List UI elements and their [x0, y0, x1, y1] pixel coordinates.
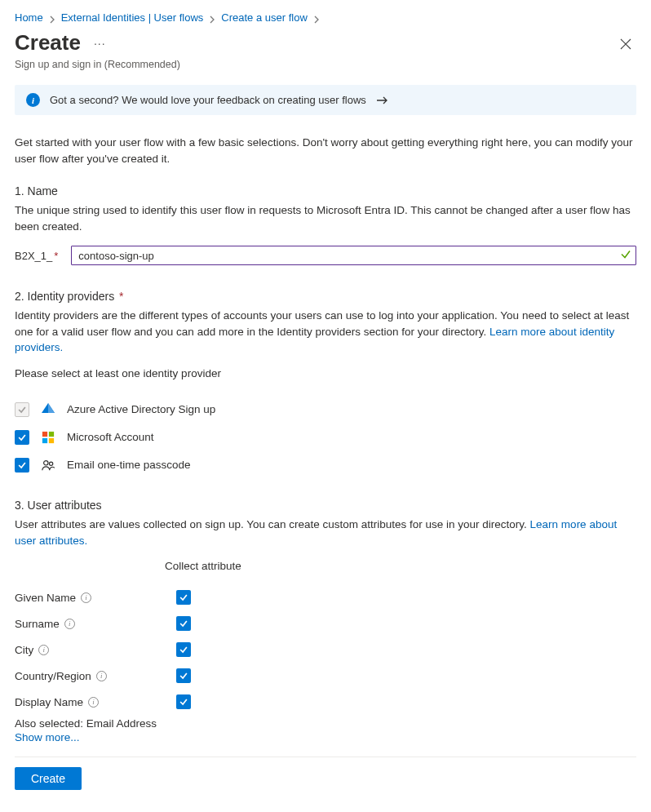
- attr-label: Country/Region: [15, 670, 91, 682]
- attr-checkbox-city[interactable]: [176, 642, 191, 657]
- svg-rect-2: [42, 432, 47, 437]
- info-outline-icon[interactable]: i: [81, 592, 91, 603]
- attr-section-desc: User attributes are values collected on …: [15, 517, 636, 548]
- info-outline-icon[interactable]: i: [96, 671, 107, 681]
- attr-checkbox-display-name[interactable]: [176, 694, 191, 709]
- feedback-banner-text: Got a second? We would love your feedbac…: [50, 94, 366, 106]
- info-icon: i: [26, 93, 40, 107]
- people-icon: [41, 458, 55, 473]
- idp-section-label: 2. Identity providers *: [15, 290, 636, 303]
- info-outline-icon[interactable]: i: [64, 619, 75, 629]
- feedback-banner[interactable]: i Got a second? We would love your feedb…: [15, 85, 636, 115]
- close-button[interactable]: [615, 33, 636, 57]
- idp-checkbox-ms[interactable]: [15, 430, 29, 445]
- info-outline-icon[interactable]: i: [88, 697, 99, 708]
- attr-row-display-name: Display Name i: [15, 694, 636, 709]
- create-button[interactable]: Create: [15, 767, 82, 790]
- idp-label-aad: Azure Active Directory Sign up: [67, 403, 215, 415]
- svg-point-6: [44, 461, 48, 465]
- idp-row-ms: Microsoft Account: [15, 430, 636, 445]
- page-title: Create: [15, 30, 81, 55]
- name-input-wrap: [71, 246, 636, 265]
- svg-rect-3: [49, 432, 54, 437]
- info-outline-icon[interactable]: i: [38, 645, 49, 655]
- idp-row-aad: Azure Active Directory Sign up: [15, 402, 636, 417]
- arrow-right-icon: [376, 95, 389, 105]
- attr-column-header: Collect attribute: [165, 560, 636, 572]
- breadcrumb-item-external-identities[interactable]: External Identities | User flows: [61, 11, 204, 24]
- svg-rect-5: [49, 438, 54, 443]
- show-more-link[interactable]: Show more...: [15, 731, 80, 743]
- chevron-right-icon: [208, 14, 216, 22]
- name-input[interactable]: [71, 246, 636, 265]
- aad-icon: [41, 402, 55, 417]
- idp-label-ms: Microsoft Account: [67, 431, 154, 443]
- idp-label-otp: Email one-time passcode: [67, 459, 191, 471]
- idp-checkbox-otp[interactable]: [15, 458, 29, 473]
- idp-section-desc: Identity providers are the different typ…: [15, 308, 636, 356]
- name-section-desc: The unique string used to identify this …: [15, 202, 636, 234]
- breadcrumb: Home External Identities | User flows Cr…: [15, 10, 636, 30]
- idp-checkbox-aad: [15, 402, 29, 417]
- idp-instruction: Please select at least one identity prov…: [15, 367, 636, 379]
- microsoft-icon: [41, 430, 55, 445]
- attr-list: Given Name i Surname i City i: [15, 590, 636, 709]
- attr-label: Display Name: [15, 696, 83, 708]
- svg-rect-4: [42, 438, 47, 443]
- idp-row-otp: Email one-time passcode: [15, 458, 636, 473]
- attr-row-city: City i: [15, 642, 636, 657]
- svg-point-7: [49, 462, 52, 465]
- svg-marker-1: [48, 403, 55, 413]
- attr-row-surname: Surname i: [15, 616, 636, 631]
- attr-row-country: Country/Region i: [15, 668, 636, 683]
- name-section-label: 1. Name: [15, 184, 636, 197]
- also-selected-text: Also selected: Email Address: [15, 717, 636, 730]
- attr-label: Given Name: [15, 592, 76, 604]
- breadcrumb-item-home[interactable]: Home: [15, 11, 43, 24]
- footer-bar: Create: [15, 757, 636, 801]
- attr-checkbox-country[interactable]: [176, 668, 191, 683]
- checkmark-icon: [620, 249, 631, 263]
- attr-row-given-name: Given Name i: [15, 590, 636, 605]
- idp-list: Azure Active Directory Sign up Microsoft…: [15, 402, 636, 473]
- attr-label: City: [15, 644, 33, 656]
- attr-checkbox-given-name[interactable]: [176, 590, 191, 605]
- chevron-right-icon: [312, 14, 321, 22]
- attr-section-label: 3. User attributes: [15, 499, 636, 512]
- intro-text: Get started with your user flow with a f…: [15, 135, 636, 166]
- breadcrumb-item-create-user-flow[interactable]: Create a user flow: [221, 11, 308, 24]
- page-header: Create ··· Sign up and sign in (Recommen…: [15, 30, 636, 70]
- name-prefix-label: B2X_1_*: [15, 250, 58, 262]
- attr-checkbox-surname[interactable]: [176, 616, 191, 631]
- attr-label: Surname: [15, 618, 60, 630]
- more-actions-button[interactable]: ···: [89, 33, 111, 53]
- page-subtitle: Sign up and sign in (Recommended): [15, 59, 180, 70]
- close-icon: [620, 38, 631, 50]
- chevron-right-icon: [48, 14, 56, 22]
